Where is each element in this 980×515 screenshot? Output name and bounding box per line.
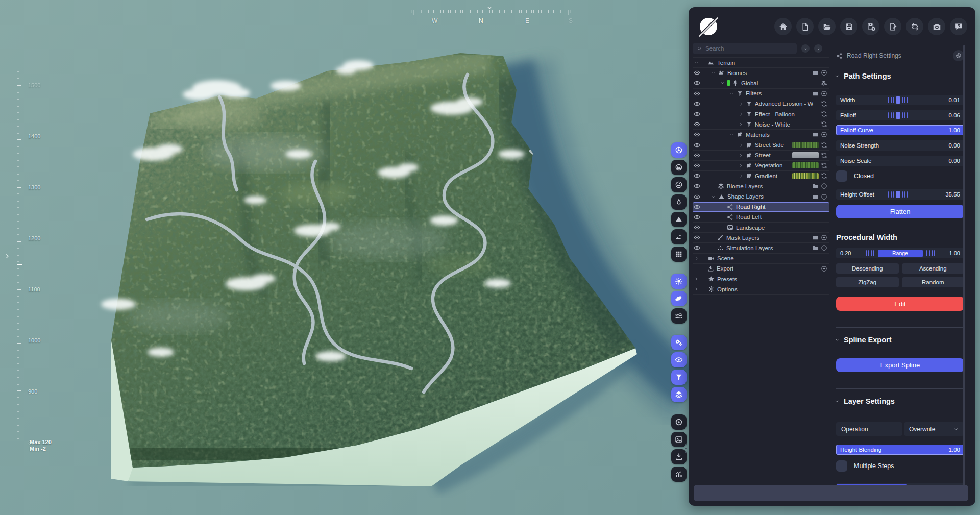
plus-icon[interactable] (821, 131, 827, 138)
visibility-eye-icon[interactable] (694, 183, 704, 189)
tree-item-simulation-layers[interactable]: Simulation Layers (693, 243, 829, 253)
expand-chevron-icon[interactable] (738, 142, 746, 148)
expand-chevron-icon[interactable] (694, 276, 704, 282)
tree-item-street[interactable]: Street (693, 151, 829, 161)
expand-chevron-icon[interactable] (710, 70, 718, 76)
visibility-eye-icon[interactable] (694, 214, 704, 220)
drag-handle[interactable] (888, 96, 908, 104)
drag-handle[interactable] (888, 191, 908, 198)
clouds-toggle[interactable] (671, 291, 687, 306)
viewport-expand-chevron[interactable] (3, 252, 11, 260)
visibility-eye-icon[interactable] (694, 142, 704, 149)
export-spline-button[interactable]: Export Spline (836, 358, 964, 372)
tree-item-advanced-erosion-w[interactable]: Advanced Erosion - W (693, 99, 829, 109)
range-pill[interactable]: Range (878, 250, 923, 257)
visibility-eye-icon[interactable] (694, 234, 704, 241)
mountain-tool-button[interactable] (671, 212, 687, 227)
expand-chevron-icon[interactable] (738, 111, 746, 117)
planet-view-button[interactable] (671, 160, 687, 175)
folder-icon[interactable] (812, 90, 819, 97)
expand-chevron-icon[interactable] (729, 91, 737, 96)
visibility-eye-icon[interactable] (694, 111, 704, 117)
refresh-icon[interactable] (821, 111, 827, 117)
folder-icon[interactable] (812, 234, 819, 241)
render-image-button[interactable] (671, 432, 687, 447)
expand-chevron-icon[interactable] (694, 60, 704, 65)
visibility-eye-icon[interactable] (694, 193, 704, 200)
tree-item-options[interactable]: Options (693, 284, 829, 295)
height-offset-slider[interactable]: Height Offset 35.55 (836, 189, 964, 200)
expand-chevron-icon[interactable] (729, 132, 737, 137)
section-layer-settings[interactable]: Layer Settings (835, 397, 895, 405)
grid-view-button[interactable] (671, 247, 687, 262)
search-input[interactable]: Search (693, 43, 797, 54)
edit-button[interactable]: Edit (836, 297, 964, 311)
expand-chevron-icon[interactable] (694, 256, 704, 261)
expand-panel-button[interactable] (814, 44, 822, 53)
visibility-eye-icon[interactable] (694, 244, 704, 251)
tree-item-street-side[interactable]: Street Side (693, 140, 829, 151)
material-swatch[interactable] (792, 173, 819, 179)
falloff-slider[interactable]: Falloff 0.06 (836, 110, 964, 120)
section-path-settings[interactable]: Path Settings (835, 72, 891, 80)
folder-icon[interactable] (812, 193, 819, 200)
plus-icon[interactable] (821, 183, 827, 189)
power-toggle-button[interactable] (953, 50, 964, 61)
home-button[interactable] (774, 18, 792, 35)
statistics-button[interactable] (671, 467, 687, 482)
plus-icon[interactable] (821, 193, 827, 200)
tree-item-shape-layers[interactable]: Shape Layers (693, 191, 829, 202)
lighting-toggle[interactable] (671, 274, 687, 289)
procedural-range-slider[interactable]: 0.20 Range 1.00 (836, 248, 964, 258)
filter-toggle[interactable] (671, 370, 687, 385)
refresh-icon[interactable] (821, 101, 827, 107)
multiple-steps-checkbox[interactable] (836, 460, 847, 472)
settings-scrollbar[interactable] (963, 45, 965, 490)
refresh-icon[interactable] (821, 162, 827, 169)
refresh-icon[interactable] (821, 152, 827, 159)
descending-button[interactable]: Descending (836, 263, 899, 274)
edit-file-button[interactable] (884, 18, 901, 35)
tree-item-road-left[interactable]: Road Left (693, 212, 829, 223)
expand-chevron-icon[interactable] (738, 163, 746, 168)
refresh-icon[interactable] (821, 173, 827, 179)
folder-icon[interactable] (812, 131, 819, 138)
expand-chevron-icon[interactable] (738, 173, 746, 179)
expand-chevron-icon[interactable] (710, 194, 718, 200)
visibility-eye-icon[interactable] (694, 173, 704, 179)
noise-strength-slider[interactable]: Noise Strength 0.00 (836, 140, 964, 151)
folder-icon[interactable] (812, 183, 819, 189)
material-swatch[interactable] (792, 162, 819, 168)
water-toggle[interactable] (671, 308, 687, 324)
help-button[interactable] (950, 18, 967, 35)
visibility-eye-icon[interactable] (694, 80, 704, 86)
camera-mode-button[interactable] (671, 142, 687, 158)
expand-chevron-icon[interactable] (720, 80, 727, 86)
record-button[interactable] (671, 414, 687, 430)
tree-item-materials[interactable]: Materials (693, 130, 829, 140)
layers-toggle[interactable] (671, 387, 687, 402)
folder-icon[interactable] (812, 69, 819, 76)
tree-item-effect-balloon[interactable]: Effect - Balloon (693, 109, 829, 119)
erosion-tool-button[interactable] (671, 194, 687, 210)
tree-item-vegetation[interactable]: Vegetation (693, 161, 829, 171)
folder-icon[interactable] (812, 244, 819, 251)
plus-icon[interactable] (821, 244, 827, 251)
download-button[interactable] (671, 449, 687, 464)
visibility-eye-icon[interactable] (694, 69, 704, 76)
tree-item-terrain[interactable]: Terrain (693, 58, 829, 68)
visibility-toggle[interactable] (671, 352, 687, 367)
visibility-eye-icon[interactable] (694, 162, 704, 169)
random-button[interactable]: Random (902, 277, 965, 287)
plus-icon[interactable] (821, 265, 827, 272)
tree-item-presets[interactable]: Presets (693, 274, 829, 284)
tree-item-filters[interactable]: Filters (693, 89, 829, 99)
tree-item-mask-layers[interactable]: Mask Layers (693, 233, 829, 243)
visibility-eye-icon[interactable] (694, 131, 704, 138)
visibility-eye-icon[interactable] (694, 204, 704, 210)
material-swatch[interactable] (792, 142, 819, 148)
section-spline-export[interactable]: Spline Export (835, 336, 891, 344)
drag-handle[interactable] (888, 112, 908, 119)
sync-button[interactable] (906, 18, 923, 35)
operation-dropdown[interactable]: Overwrite (904, 422, 964, 436)
